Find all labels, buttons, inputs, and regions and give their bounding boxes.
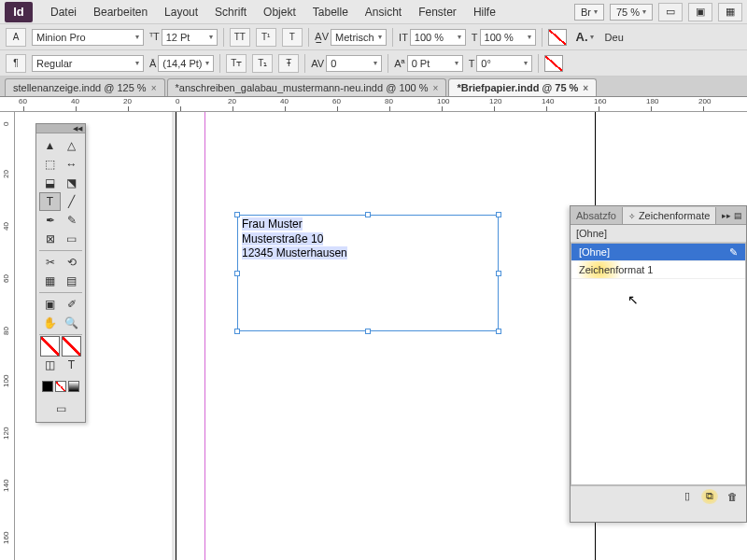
superscript-button[interactable]: T¹ bbox=[256, 28, 276, 47]
char-style-icon: A. bbox=[576, 30, 588, 44]
menu-ansicht[interactable]: Ansicht bbox=[357, 6, 410, 19]
default-fill-swatch[interactable] bbox=[42, 381, 53, 392]
resize-handle[interactable] bbox=[496, 212, 501, 217]
text-frame[interactable]: Frau Muster Musterstraße 10 12345 Muster… bbox=[237, 215, 499, 331]
stroke-none-icon[interactable] bbox=[544, 55, 563, 72]
resize-handle[interactable] bbox=[496, 271, 501, 276]
pencil-tool[interactable]: ✎ bbox=[61, 211, 82, 230]
leading-icon: Ā bbox=[149, 58, 156, 69]
locked-icon: ✎ bbox=[729, 246, 738, 259]
para-format-icon[interactable]: ¶ bbox=[6, 54, 26, 73]
menu-tabelle[interactable]: Tabelle bbox=[304, 6, 357, 19]
zoom-select[interactable]: 75 % ▾ bbox=[610, 4, 653, 21]
menu-objekt[interactable]: Objekt bbox=[255, 6, 304, 19]
fill-none-icon[interactable] bbox=[548, 29, 567, 46]
vscale-select[interactable]: 100 %▾ bbox=[480, 29, 536, 46]
char-format-icon[interactable]: A bbox=[6, 28, 26, 47]
font-size-icon: ᵀT bbox=[149, 31, 160, 43]
arrange-icon[interactable]: ▦ bbox=[718, 3, 742, 21]
style-item-zeichenformat-1[interactable]: Zeichenformat 1 bbox=[571, 261, 745, 279]
type-tool[interactable]: T bbox=[39, 192, 61, 211]
resize-handle[interactable] bbox=[365, 329, 371, 334]
menu-datei[interactable]: Datei bbox=[42, 6, 85, 19]
default-stroke-swatch[interactable] bbox=[55, 381, 66, 392]
gap-tool[interactable]: ↔ bbox=[61, 155, 82, 174]
pen-tool[interactable]: ✒ bbox=[39, 211, 61, 230]
delete-style-icon[interactable]: 🗑 bbox=[724, 489, 740, 504]
resize-handle[interactable] bbox=[234, 329, 240, 334]
gradient-feather-tool[interactable]: ▤ bbox=[61, 272, 82, 290]
margin-guide-left bbox=[204, 112, 205, 560]
font-size-select[interactable]: 12 Pt▾ bbox=[162, 29, 218, 46]
new-style-icon[interactable]: ⧉ bbox=[701, 489, 718, 504]
current-style-label: [Ohne] bbox=[571, 225, 746, 243]
fill-swatch[interactable] bbox=[39, 337, 61, 356]
content-collector-tool[interactable]: ⬓ bbox=[39, 174, 61, 192]
close-icon[interactable]: × bbox=[433, 83, 439, 93]
close-icon[interactable]: × bbox=[583, 83, 588, 93]
resize-handle[interactable] bbox=[365, 212, 371, 217]
view-mode-icon[interactable]: ▭ bbox=[658, 3, 683, 21]
resize-handle[interactable] bbox=[234, 212, 240, 217]
kerning-icon: A̲V bbox=[315, 31, 329, 43]
vertical-ruler[interactable]: 020406080100120140160 bbox=[0, 112, 15, 560]
panel-menu-icon[interactable]: ▤ bbox=[734, 211, 742, 220]
menu-fenster[interactable]: Fenster bbox=[410, 6, 465, 19]
tracking-select[interactable]: 0▾ bbox=[326, 55, 382, 72]
free-transform-tool[interactable]: ⟲ bbox=[61, 253, 82, 272]
stroke-swatch[interactable] bbox=[61, 337, 82, 356]
horizontal-ruler[interactable]: 604020020406080100120140160180200 bbox=[0, 97, 747, 112]
menu-bearbeiten[interactable]: Bearbeiten bbox=[85, 6, 156, 19]
hand-tool[interactable]: ✋ bbox=[39, 314, 61, 332]
rectangle-frame-tool[interactable]: ⊠ bbox=[39, 230, 61, 248]
rectangle-tool[interactable]: ▭ bbox=[61, 230, 82, 248]
skew-select[interactable]: 0°▾ bbox=[476, 55, 532, 72]
resize-handle[interactable] bbox=[234, 271, 240, 276]
apply-none-swatch[interactable] bbox=[68, 381, 79, 392]
kerning-select[interactable]: Metrisch▾ bbox=[331, 29, 387, 46]
format-text-icon[interactable]: T bbox=[61, 356, 82, 374]
page-tool[interactable]: ⬚ bbox=[39, 155, 61, 174]
font-family-select[interactable]: Minion Pro▾ bbox=[32, 29, 144, 46]
menu-schrift[interactable]: Schrift bbox=[206, 6, 255, 19]
view-mode-normal[interactable]: ▭ bbox=[40, 399, 81, 418]
style-item-none[interactable]: [Ohne] ✎ bbox=[571, 244, 745, 261]
eyedropper-tool[interactable]: ✐ bbox=[61, 295, 82, 314]
language-label: Deu bbox=[605, 32, 624, 43]
text-frame-content[interactable]: Frau Muster Musterstraße 10 12345 Muster… bbox=[238, 216, 498, 263]
underline-button[interactable]: T bbox=[282, 28, 303, 47]
allcaps-button[interactable]: TT bbox=[230, 28, 250, 47]
font-weight-select[interactable]: Regular▾ bbox=[32, 55, 144, 72]
doc-tab-1[interactable]: stellenanzeige.indd @ 125 %× bbox=[5, 78, 165, 96]
line-tool[interactable]: ╱ bbox=[61, 192, 82, 211]
direct-selection-tool[interactable]: △ bbox=[61, 136, 82, 155]
subscript-button[interactable]: T₁ bbox=[252, 54, 273, 73]
panel-collapse-icon[interactable]: ▸▸ bbox=[722, 211, 731, 220]
panel-tab-char-styles[interactable]: ✧ Zeichenformate bbox=[623, 207, 717, 224]
menu-hilfe[interactable]: Hilfe bbox=[465, 6, 504, 19]
doc-tab-2[interactable]: *anschreiben_galabau_mustermann-neu.indd… bbox=[167, 78, 447, 96]
format-container-icon[interactable]: ◫ bbox=[39, 356, 61, 374]
zoom-tool[interactable]: 🔍 bbox=[61, 314, 82, 332]
scissors-tool[interactable]: ✂ bbox=[39, 253, 61, 272]
leading-select[interactable]: (14,4 Pt)▾ bbox=[158, 55, 214, 72]
tools-panel: ◀◀ ▲ △ ⬚ ↔ ⬓ ⬔ T ╱ ✒ ✎ ⊠ ▭ ✂ ⟲ ▦ ▤ ▣ ✐ ✋… bbox=[35, 123, 86, 423]
note-tool[interactable]: ▣ bbox=[39, 295, 61, 314]
gradient-swatch-tool[interactable]: ▦ bbox=[39, 272, 61, 290]
hscale-select[interactable]: 100 %▾ bbox=[410, 29, 466, 46]
content-placer-tool[interactable]: ⬔ bbox=[61, 174, 82, 192]
panel-tab-paragraph-styles[interactable]: Absatzfo bbox=[571, 207, 623, 224]
strikethrough-button[interactable]: Ŧ bbox=[278, 54, 299, 73]
bridge-button[interactable]: Br ▾ bbox=[574, 4, 604, 21]
screen-mode-icon[interactable]: ▣ bbox=[688, 3, 712, 21]
menu-layout[interactable]: Layout bbox=[156, 6, 206, 19]
new-group-icon[interactable]: ▯ bbox=[679, 489, 696, 504]
doc-tab-3[interactable]: *Briefpapier.indd @ 75 %× bbox=[448, 78, 597, 96]
close-icon[interactable]: × bbox=[151, 83, 157, 93]
resize-handle[interactable] bbox=[496, 329, 501, 334]
baseline-select[interactable]: 0 Pt▾ bbox=[407, 55, 463, 72]
control-bar-2: ¶ Regular▾ Ā (14,4 Pt)▾ Tᴛ T₁ Ŧ AV 0▾ Aª… bbox=[0, 50, 747, 77]
panel-collapse-icon[interactable]: ◀◀ bbox=[36, 124, 85, 133]
smallcaps-button[interactable]: Tᴛ bbox=[226, 54, 247, 73]
selection-tool[interactable]: ▲ bbox=[39, 136, 61, 155]
